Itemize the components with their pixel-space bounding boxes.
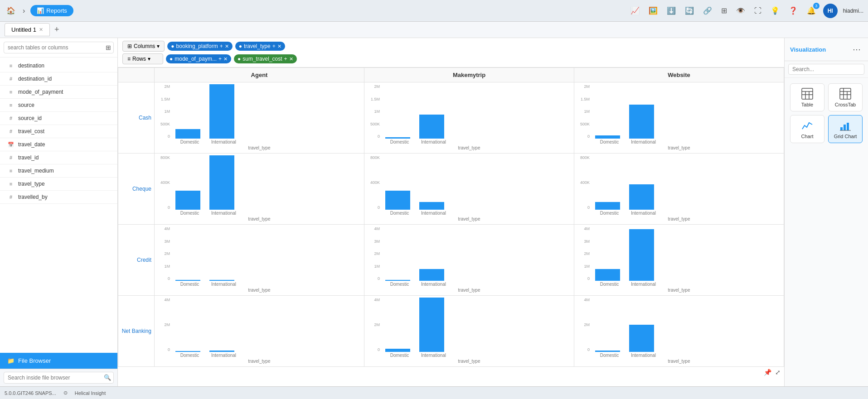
bar-Cash-Makemytrip-International[interactable]	[419, 115, 444, 139]
bar-Cheque-Agent-Domestic[interactable]	[175, 191, 200, 210]
more-options-icon[interactable]: ⋯	[851, 43, 863, 56]
grid-view-icon[interactable]: ⊞	[106, 44, 111, 51]
x-axis-type: travel_type	[576, 144, 782, 151]
tab-untitled[interactable]: Untitled 1 ✕	[5, 23, 50, 36]
pin-icon[interactable]: 📌	[764, 369, 771, 376]
sidebar-search-input[interactable]	[4, 42, 114, 53]
sidebar-field-destination[interactable]: ≡destination	[0, 59, 117, 72]
refresh-icon[interactable]: 🔄	[683, 5, 696, 17]
x-axis-label: Domestic	[597, 211, 622, 216]
version-label: 5.0.0.GIT246 SNAPS...	[5, 390, 56, 396]
bar-Net Banking-Makemytrip-International[interactable]	[419, 298, 444, 352]
chart-line-icon[interactable]: 📈	[629, 5, 641, 17]
maximize-icon[interactable]: ⛶	[752, 5, 763, 17]
share-icon[interactable]: 🔗	[701, 5, 714, 17]
brand-label: Helical Insight	[75, 390, 106, 396]
tag-close-1[interactable]: ✕	[225, 43, 229, 49]
bar-Cash-Website-Domestic[interactable]	[595, 135, 620, 139]
tag-plus-2[interactable]: +	[272, 43, 276, 49]
sidebar-field-travel_type[interactable]: ≡travel_type	[0, 178, 117, 191]
home-button[interactable]: 🏠	[5, 5, 17, 17]
svg-rect-10	[840, 127, 843, 130]
tab-add-button[interactable]: +	[52, 25, 62, 34]
rows-label: Rows	[132, 56, 146, 62]
y-axis-labels: 2M1.5M1M500K0	[156, 84, 171, 139]
tag-plus-3[interactable]: +	[218, 56, 222, 62]
sidebar-field-travel_date[interactable]: 📅travel_date	[0, 138, 117, 151]
user-avatar[interactable]: HI	[823, 4, 838, 18]
sidebar-field-destination_id[interactable]: #destination_id	[0, 72, 117, 86]
field-type-icon: #	[7, 155, 15, 160]
bar-Cash-Agent-International[interactable]	[209, 84, 234, 139]
bar-Cheque-Makemytrip-Domestic[interactable]	[385, 191, 410, 210]
tag-dot-2: ●	[239, 43, 242, 49]
x-axis-type: travel_type	[156, 287, 362, 293]
tab-close-icon[interactable]: ✕	[39, 27, 43, 33]
viz-option-chart[interactable]: Chart	[790, 115, 824, 143]
viz-option-crosstab[interactable]: CrossTab	[828, 83, 863, 111]
x-axis-label: Domestic	[597, 139, 622, 144]
bar-Credit-Website-International[interactable]	[629, 229, 654, 281]
chart-cell-Net Banking-Makemytrip: 4M2M0DomesticInternationaltravel_type	[364, 296, 574, 367]
viz-search-input[interactable]	[788, 64, 864, 75]
bar-Net Banking-Makemytrip-Domestic[interactable]	[385, 349, 410, 352]
bar-Cheque-Makemytrip-International[interactable]	[419, 202, 444, 210]
y-axis-labels: 800K400K0	[576, 155, 591, 210]
bulb-icon[interactable]: 💡	[769, 5, 781, 17]
field-name: source	[18, 102, 34, 108]
bar-Credit-Makemytrip-International[interactable]	[419, 269, 444, 281]
bar-Cheque-Website-Domestic[interactable]	[595, 202, 620, 210]
travel-type-label: travel_type	[244, 43, 271, 49]
sidebar-field-source[interactable]: ≡source	[0, 99, 117, 112]
sidebar-field-travel_id[interactable]: #travel_id	[0, 151, 117, 164]
viz-option-table[interactable]: Table	[790, 83, 824, 111]
tag-plus-1[interactable]: +	[220, 43, 223, 49]
tag-close-3[interactable]: ✕	[223, 56, 228, 62]
tag-plus-4[interactable]: +	[284, 56, 287, 62]
viz-option-grid-chart[interactable]: Grid Chart	[828, 115, 863, 143]
bar-Cheque-Agent-International[interactable]	[209, 155, 234, 210]
status-bar: 5.0.0.GIT246 SNAPS... ⊙ Helical Insight	[0, 386, 868, 399]
sidebar-field-mode_of_payment[interactable]: ≡mode_of_payment	[0, 86, 117, 99]
image-icon[interactable]: 🖼️	[647, 5, 659, 17]
eye-icon[interactable]: 👁️	[734, 5, 747, 17]
sidebar-field-source_id[interactable]: #source_id	[0, 112, 117, 125]
bar-Cheque-Website-International[interactable]	[629, 184, 654, 210]
col-header-agent: Agent	[155, 68, 364, 82]
tab-title: Untitled 1	[11, 26, 36, 33]
file-browser-search-input[interactable]	[4, 372, 114, 384]
download-icon[interactable]: ⬇️	[665, 5, 678, 17]
notification-badge: 3	[813, 3, 820, 9]
expand-icon[interactable]: ⤢	[775, 369, 781, 376]
x-axis-label: International	[421, 353, 446, 358]
chart-cell-Cheque-Agent: 800K400K0DomesticInternationaltravel_typ…	[155, 154, 364, 225]
top-bar-left: 🏠 › 📊 Reports	[5, 5, 73, 17]
layout-icon[interactable]: ⊞	[719, 5, 729, 17]
bar-Cash-Agent-Domestic[interactable]	[175, 129, 200, 139]
filter-bar: ⊞ Columns ▾ ● booking_platform + ✕ ● tra…	[118, 38, 784, 67]
bar-Net Banking-Website-International[interactable]	[629, 325, 654, 352]
nav-forward-button[interactable]: ›	[21, 5, 27, 17]
tag-close-4[interactable]: ✕	[289, 56, 293, 62]
tag-close-2[interactable]: ✕	[277, 43, 281, 49]
chart-label: Chart	[801, 134, 814, 139]
help-icon[interactable]: ❓	[787, 5, 800, 17]
notification-wrapper: 🔔 3	[805, 5, 818, 17]
sidebar-field-travel_cost[interactable]: #travel_cost	[0, 125, 117, 138]
sidebar-field-travel_medium[interactable]: ≡travel_medium	[0, 164, 117, 178]
chart-cell-Credit-Agent: 4M3M2M1M0DomesticInternationaltravel_typ…	[155, 225, 364, 296]
reports-label: Reports	[46, 7, 67, 14]
travel-type-tag: ● travel_type + ✕	[235, 42, 285, 51]
tag-dot-1: ●	[171, 43, 174, 49]
bar-Credit-Website-Domestic[interactable]	[595, 269, 620, 281]
sidebar-field-travelled_by[interactable]: #travelled_by	[0, 191, 117, 204]
x-axis-type: travel_type	[576, 287, 782, 293]
rows-dropdown[interactable]: ≡ Rows ▾	[122, 53, 163, 64]
bar-Cash-Website-International[interactable]	[629, 105, 654, 139]
reports-button[interactable]: 📊 Reports	[30, 5, 73, 16]
svg-rect-11	[844, 125, 846, 130]
columns-dropdown[interactable]: ⊞ Columns ▾	[122, 41, 165, 52]
x-axis-label: International	[421, 282, 446, 287]
file-browser-section[interactable]: 📁 File Browser	[0, 353, 117, 369]
svg-rect-0	[802, 88, 813, 99]
